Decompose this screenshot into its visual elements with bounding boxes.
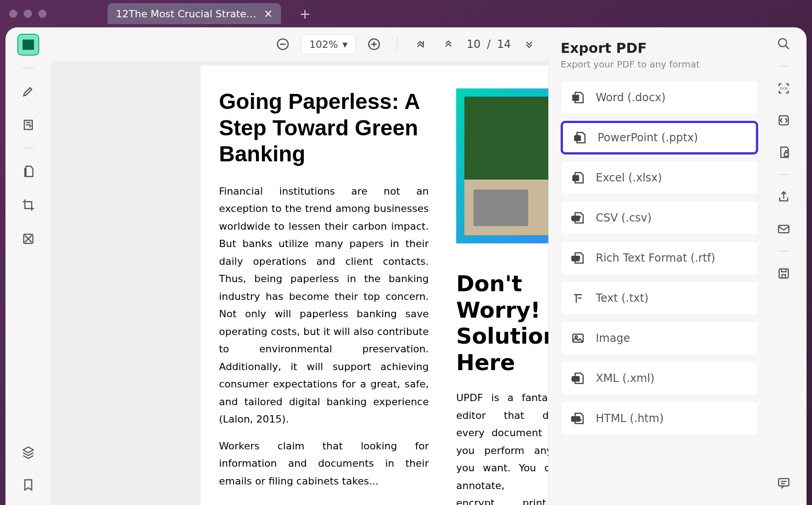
panel-title: Export PDF [561, 40, 758, 56]
svg-rect-22 [784, 153, 788, 156]
app-window: 102% ▾ 10 / 14 [5, 27, 807, 505]
search-button[interactable] [774, 34, 794, 54]
export-option-label: CSV (.csv) [596, 211, 651, 224]
sidebar-divider [778, 66, 789, 67]
export-option-powerpoint[interactable]: P PowerPoint (.pptx) [561, 121, 758, 155]
reader-mode-button[interactable] [17, 34, 39, 56]
window-maximize-dot[interactable] [38, 10, 47, 18]
titlebar: 12The Most Crucial Strategies for... × + [0, 0, 812, 27]
export-option-label: Image [596, 332, 630, 345]
chevron-down-icon: ▾ [343, 39, 348, 50]
article-heading-1: Going Paperless: A Step Toward Green Ban… [219, 88, 429, 167]
rtf-file-icon: RTF [570, 250, 586, 266]
export-option-xml[interactable]: </> XML (.xml) [561, 361, 758, 395]
prev-page-button[interactable] [438, 34, 458, 54]
next-page-button[interactable] [519, 34, 539, 54]
ocr-button[interactable]: OCR [774, 78, 794, 98]
word-file-icon: W [570, 90, 586, 105]
export-panel: Export PDF Export your PDF to any format… [548, 27, 767, 505]
tab-title: 12The Most Crucial Strategies for... [116, 8, 258, 20]
right-sidebar: OCR [761, 27, 807, 505]
zoom-level-selector[interactable]: 102% ▾ [301, 34, 356, 54]
save-button[interactable] [774, 263, 794, 283]
window-close-dot[interactable] [9, 10, 17, 18]
sidebar-divider [23, 67, 34, 68]
export-option-label: HTML (.htm) [596, 412, 664, 425]
export-option-label: Text (.txt) [596, 292, 649, 304]
first-page-button[interactable] [410, 34, 430, 54]
svg-text:X: X [573, 174, 578, 181]
csv-file-icon: CSV [570, 210, 586, 226]
svg-rect-23 [779, 226, 789, 233]
export-option-text[interactable]: Text (.txt) [561, 281, 758, 315]
svg-rect-25 [779, 479, 789, 486]
current-page[interactable]: 10 [467, 38, 481, 51]
image-file-icon [570, 330, 586, 346]
sidebar-divider [23, 148, 34, 149]
pages-tool-button[interactable] [17, 160, 39, 182]
edit-tool-button[interactable] [17, 114, 39, 136]
svg-text:</>: </> [572, 376, 580, 381]
export-option-label: PowerPoint (.pptx) [598, 131, 698, 144]
export-option-label: XML (.xml) [596, 372, 655, 385]
svg-text:CSV: CSV [571, 216, 580, 221]
export-option-label: Rich Text Format (.rtf) [596, 252, 715, 264]
xml-file-icon: </> [570, 371, 586, 386]
page-separator: / [487, 38, 490, 51]
zoom-value: 102% [309, 39, 338, 50]
convert-button[interactable] [774, 110, 794, 130]
text-file-icon [570, 290, 586, 306]
close-tab-icon[interactable]: × [264, 7, 273, 20]
export-option-word[interactable]: W Word (.docx) [561, 81, 758, 114]
html-file-icon: HTML [570, 411, 586, 426]
svg-text:W: W [573, 94, 579, 101]
new-tab-button[interactable]: + [299, 6, 311, 22]
export-option-label: Excel (.xlsx) [596, 171, 662, 184]
left-sidebar [5, 27, 51, 505]
export-option-csv[interactable]: CSV CSV (.csv) [561, 201, 758, 235]
zoom-in-button[interactable] [364, 34, 384, 54]
page-indicator: 10 / 14 [467, 38, 511, 51]
svg-rect-24 [779, 269, 788, 278]
article-paragraph: Workers claim that looking for informati… [219, 438, 429, 490]
svg-text:HTML: HTML [571, 417, 581, 421]
layers-button[interactable] [17, 441, 39, 463]
crop-tool-button[interactable] [17, 194, 39, 216]
svg-point-19 [779, 39, 787, 47]
svg-text:P: P [575, 134, 579, 141]
export-option-rtf[interactable]: RTF Rich Text Format (.rtf) [561, 241, 758, 275]
total-pages: 14 [497, 38, 511, 51]
svg-text:OCR: OCR [780, 87, 787, 91]
excel-file-icon: X [570, 170, 586, 186]
comment-button[interactable] [774, 473, 794, 493]
svg-text:RTF: RTF [572, 256, 580, 261]
article-paragraph: Financial institutions are not an except… [219, 183, 429, 428]
export-option-html[interactable]: HTML HTML (.htm) [561, 402, 758, 435]
toolbar-separator [397, 37, 397, 52]
powerpoint-file-icon: P [572, 130, 588, 145]
sidebar-divider [778, 174, 789, 175]
sidebar-divider [778, 251, 789, 252]
export-option-label: Word (.docx) [596, 91, 666, 104]
zoom-out-button[interactable] [273, 34, 293, 54]
document-tab[interactable]: 12The Most Crucial Strategies for... × [108, 3, 281, 24]
redact-tool-button[interactable] [17, 228, 39, 250]
share-button[interactable] [774, 187, 794, 207]
export-option-excel[interactable]: X Excel (.xlsx) [561, 161, 758, 195]
bookmark-button[interactable] [17, 474, 39, 496]
highlight-tool-button[interactable] [17, 80, 39, 102]
mail-button[interactable] [774, 219, 794, 239]
panel-subtitle: Export your PDF to any format [561, 59, 758, 70]
window-minimize-dot[interactable] [24, 10, 32, 18]
protect-button[interactable] [774, 142, 794, 162]
export-option-image[interactable]: Image [561, 321, 758, 355]
